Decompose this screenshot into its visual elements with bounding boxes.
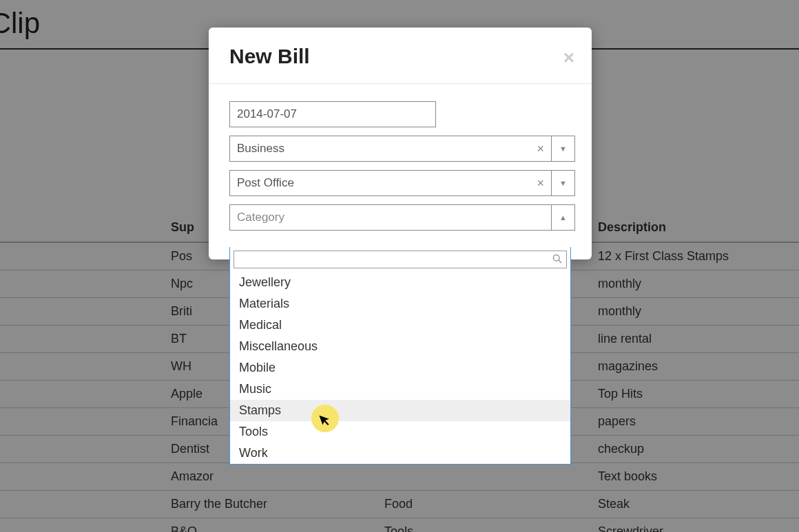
modal-body: Business × ▼ Post Office × ▼ Category ▲ xyxy=(209,84,592,259)
dropdown-item[interactable]: Jewellery xyxy=(230,272,570,293)
customer-select[interactable]: Business × ▼ xyxy=(229,136,575,162)
close-icon[interactable]: × xyxy=(563,48,574,67)
svg-point-0 xyxy=(553,255,559,261)
modal-title: New Bill xyxy=(229,45,571,68)
dropdown-item[interactable]: Materials xyxy=(230,293,570,315)
chevron-down-icon[interactable]: ▼ xyxy=(551,136,574,161)
chevron-up-icon[interactable]: ▲ xyxy=(551,205,574,230)
supplier-value: Post Office xyxy=(230,176,530,190)
dropdown-item[interactable]: Medical xyxy=(230,315,570,336)
customer-value: Business xyxy=(230,142,530,156)
new-bill-modal: New Bill × Business × ▼ Post Office × ▼ xyxy=(209,28,592,259)
category-dropdown: JewelleryMaterialsMedicalMiscellaneousMo… xyxy=(229,247,571,465)
dropdown-item[interactable]: Work xyxy=(230,443,570,464)
clear-icon[interactable]: × xyxy=(530,176,551,191)
dropdown-item[interactable]: Miscellaneous xyxy=(230,336,570,357)
dropdown-item[interactable]: Music xyxy=(230,379,570,400)
dropdown-item[interactable]: Tools xyxy=(230,421,570,443)
clear-icon[interactable]: × xyxy=(530,142,551,156)
dropdown-list: JewelleryMaterialsMedicalMiscellaneousMo… xyxy=(230,272,570,464)
category-placeholder: Category xyxy=(230,211,551,224)
chevron-down-icon[interactable]: ▼ xyxy=(551,171,574,195)
search-icon xyxy=(552,254,562,266)
date-input[interactable] xyxy=(229,101,436,127)
category-select[interactable]: Category ▲ xyxy=(229,204,575,231)
svg-line-1 xyxy=(559,260,561,263)
dropdown-item[interactable]: Mobile xyxy=(230,357,570,379)
supplier-select[interactable]: Post Office × ▼ xyxy=(229,170,575,196)
dropdown-search-input[interactable] xyxy=(234,251,567,268)
modal-header: New Bill × xyxy=(209,28,592,84)
dropdown-item[interactable]: Stamps xyxy=(230,400,570,421)
